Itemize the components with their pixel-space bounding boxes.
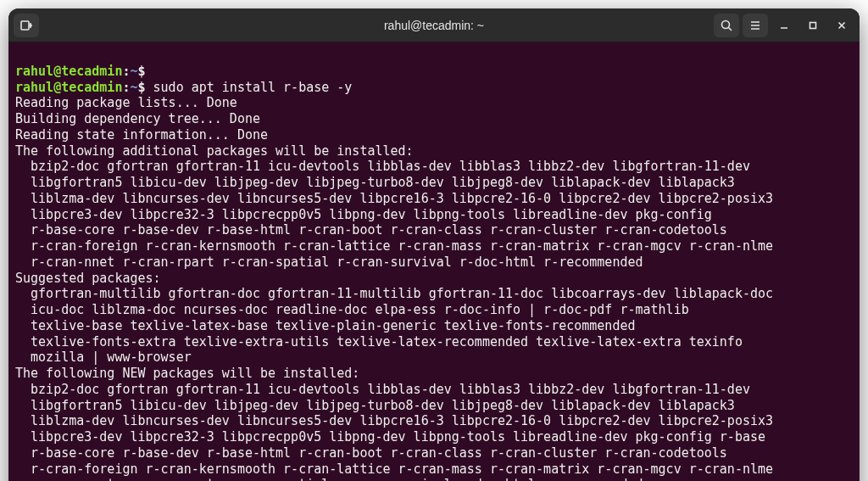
out-l2: Building dependency tree... Done [15, 111, 260, 126]
out-l24: r-cran-foreign r-cran-kernsmooth r-cran-… [15, 461, 773, 477]
cmd-install: sudo apt install r-base -y [153, 80, 353, 95]
terminal-window: rahul@tecadmin: ~ rahul@tecadmin:~$ rahu… [8, 8, 860, 481]
out-l9: r-base-core r-base-dev r-base-html r-cra… [15, 222, 727, 238]
prompt-user: rahul@tecadmin [15, 64, 122, 79]
out-l22: libpcre3-dev libpcre32-3 libpcrecpp0v5 l… [15, 429, 765, 445]
out-l7: liblzma-dev libncurses-dev libncurses5-d… [15, 191, 773, 206]
prompt-dollar: $ [138, 64, 146, 79]
svg-rect-0 [21, 21, 29, 30]
search-button[interactable] [714, 14, 739, 37]
out-l1: Reading package lists... Done [15, 95, 237, 110]
out-l13: gfortran-multilib gfortran-doc gfortran-… [15, 286, 773, 301]
svg-rect-10 [810, 22, 816, 28]
out-l19: bzip2-doc gfortran gfortran-11 icu-devto… [15, 382, 750, 397]
out-l20: libgfortran5 libicu-dev libjpeg-dev libj… [15, 398, 735, 413]
svg-point-4 [722, 20, 730, 28]
out-l23: r-base-core r-base-dev r-base-html r-cra… [15, 445, 727, 461]
out-l3: Reading state information... Done [15, 127, 268, 143]
svg-line-5 [729, 27, 732, 31]
cmd-blank [146, 64, 153, 79]
prompt-path: ~ [130, 80, 137, 95]
close-button[interactable] [829, 13, 854, 38]
out-l14: icu-doc liblzma-doc ncurses-doc readline… [15, 302, 689, 317]
out-l11: r-cran-nnet r-cran-rpart r-cran-spatial … [15, 254, 643, 270]
out-l15: texlive-base texlive-latex-base texlive-… [15, 318, 636, 333]
out-l4: The following additional packages will b… [15, 143, 414, 159]
out-l5: bzip2-doc gfortran gfortran-11 icu-devto… [15, 159, 750, 174]
out-l10: r-cran-foreign r-cran-kernsmooth r-cran-… [15, 238, 773, 254]
new-tab-button[interactable] [14, 14, 39, 37]
out-l6: libgfortran5 libicu-dev libjpeg-dev libj… [15, 175, 735, 190]
out-l18: The following NEW packages will be insta… [15, 366, 359, 381]
menu-button[interactable] [743, 14, 768, 37]
minimize-button[interactable] [771, 13, 797, 38]
prompt-dollar: $ [138, 80, 146, 95]
out-l12: Suggested packages: [15, 271, 161, 286]
prompt-path: ~ [130, 64, 137, 79]
prompt-user: rahul@tecadmin [15, 80, 122, 95]
window-title: rahul@tecadmin: ~ [384, 19, 484, 32]
terminal-body[interactable]: rahul@tecadmin:~$ rahul@tecadmin:~$ sudo… [8, 42, 860, 481]
out-l21: liblzma-dev libncurses-dev libncurses5-d… [15, 413, 773, 428]
out-l25: r-cran-nnet r-cran-rpart r-cran-spatial … [15, 477, 643, 481]
maximize-button[interactable] [800, 13, 826, 38]
out-l16: texlive-fonts-extra texlive-extra-utils … [15, 334, 743, 350]
titlebar: rahul@tecadmin: ~ [8, 8, 860, 42]
out-l17: mozilla | www-browser [15, 350, 192, 365]
out-l8: libpcre3-dev libpcre32-3 libpcrecpp0v5 l… [15, 207, 712, 222]
